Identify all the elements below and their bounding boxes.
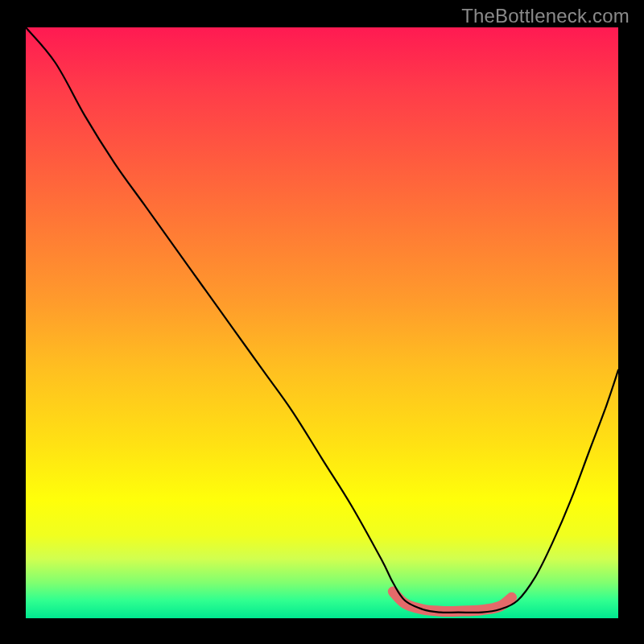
plot-area bbox=[26, 27, 618, 618]
optimal-range-highlight bbox=[393, 592, 511, 611]
curve-svg bbox=[26, 27, 618, 618]
bottleneck-curve-line bbox=[26, 27, 618, 613]
chart-frame: TheBottleneck.com bbox=[0, 0, 644, 644]
watermark-text: TheBottleneck.com bbox=[461, 5, 630, 27]
